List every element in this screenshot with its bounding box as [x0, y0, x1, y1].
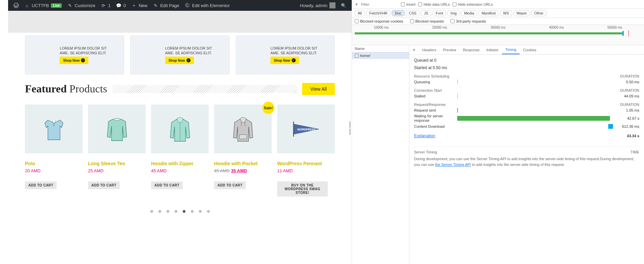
devtools-extra-filters: Blocked response cookies Blocked request… [352, 18, 644, 25]
search-icon: 🔍 [341, 3, 346, 8]
pennant-icon: WORDPRESS [291, 112, 321, 146]
filter-chip-css[interactable]: CSS [406, 10, 420, 16]
carousel-dot[interactable] [191, 210, 194, 213]
filter-chip-ws[interactable]: WS [500, 10, 512, 16]
shop-now-button[interactable]: Shop Now› [270, 57, 299, 64]
filter-chip-all[interactable]: All [355, 10, 365, 16]
tab-initiator[interactable]: Initiator [483, 45, 502, 54]
filter-chip-manifest[interactable]: Manifest [478, 10, 499, 16]
refresh-icon: ⟳ [101, 3, 106, 8]
edit-page-link[interactable]: ✎Edit Page [150, 0, 182, 11]
carousel-dot[interactable] [158, 210, 161, 213]
product-card[interactable]: Polo 20 AMD ADD TO CART [25, 105, 83, 197]
filter-chip-font[interactable]: Font [433, 10, 446, 16]
hoodie-pocket-icon [228, 112, 258, 146]
tab-timing[interactable]: Timing [502, 45, 520, 54]
timing-row-download: Content Download 612.36 ms [414, 124, 639, 129]
pencil-icon: ✎ [153, 3, 158, 8]
updates-link[interactable]: ⟳1 [98, 0, 113, 11]
svg-rect-5 [293, 121, 294, 137]
filter-icon[interactable]: ▼ [355, 2, 358, 6]
section-request: Request/ResponseDURATION [414, 102, 639, 107]
filter-chip-wasm[interactable]: Wasm [514, 10, 530, 16]
timing-row-sent: Request sent 1.05 ms [414, 108, 639, 113]
site-name[interactable]: ⌂UCTTFBLive [22, 0, 64, 11]
carousel-dot[interactable] [150, 210, 153, 213]
filter-chip-fetch[interactable]: Fetch/XHR [366, 10, 390, 16]
customize-link[interactable]: ✎Customize [64, 0, 98, 11]
server-timing-section: Server TimingTIME During development, yo… [414, 146, 639, 167]
new-link[interactable]: +New [128, 0, 150, 11]
product-thumb [214, 105, 272, 153]
tab-headers[interactable]: Headers [419, 45, 440, 54]
promo-text: LOREM IPSUM DOLOR SIT AME. SE ADIPISCING… [270, 46, 324, 56]
shop-now-button[interactable]: Shop Now› [165, 57, 194, 64]
devtools-resize-handle[interactable] [350, 121, 352, 135]
comments-link[interactable]: 💬0 [113, 0, 128, 11]
timeline-marker [622, 31, 624, 36]
view-all-button[interactable]: View All [302, 83, 335, 95]
brush-icon: ✎ [67, 3, 72, 8]
filter-chip-media[interactable]: Media [461, 10, 477, 16]
add-to-cart-button[interactable]: ADD TO CART [214, 181, 246, 189]
add-to-cart-button[interactable]: ADD TO CART [151, 181, 183, 189]
product-card[interactable]: Hoodie with Zipper 45 AMD ADD TO CART [151, 105, 209, 197]
svg-rect-4 [239, 135, 247, 139]
product-card[interactable]: Long Sleeve Tee 25 AMD ADD TO CART [88, 105, 146, 197]
product-price: 45 AMD35 AMD [214, 168, 272, 173]
explanation-link[interactable]: Explanation [414, 134, 435, 138]
live-badge: Live [51, 3, 62, 8]
product-name: Hoodie with Pocket [214, 161, 272, 166]
carousel-dot[interactable] [167, 210, 169, 213]
chevron-right-icon: › [292, 58, 296, 62]
hide-data-checkbox[interactable]: Hide data URLs [418, 2, 450, 6]
hide-ext-checkbox[interactable]: Hide extension URLs [452, 2, 493, 6]
name-column-header[interactable]: Name [352, 45, 409, 52]
site-title: UCTTFB [32, 3, 49, 8]
third-party-checkbox[interactable]: 3rd-party requests [450, 19, 486, 23]
tab-preview[interactable]: Preview [440, 45, 460, 54]
search-toggle[interactable]: 🔍 [338, 0, 349, 11]
decorative-fill [113, 85, 297, 93]
filter-chip-other[interactable]: Other [531, 10, 547, 16]
page-content: LOREM IPSUM DOLOR SIT AME. SE ADIPISCING… [8, 11, 352, 264]
edit-elementor-link[interactable]: ⒺEdit with Elementor [182, 0, 233, 11]
carousel-dot[interactable] [207, 210, 210, 213]
header-strip [8, 11, 352, 33]
product-row: Polo 20 AMD ADD TO CART Long Sleeve Tee … [8, 99, 352, 197]
filter-chip-img[interactable]: Img [447, 10, 460, 16]
add-to-cart-button[interactable]: ADD TO CART [88, 181, 120, 189]
request-row[interactable]: home/ [352, 52, 409, 59]
add-to-cart-button[interactable]: ADD TO CART [25, 181, 57, 189]
timing-row-queueing: Queueing 5.50 ms [414, 80, 639, 84]
tab-response[interactable]: Response [460, 45, 483, 54]
howdy-user[interactable]: Howdy, admin [297, 0, 338, 11]
carousel-dot[interactable] [183, 210, 185, 213]
server-timing-api-link[interactable]: the Server Timing API [435, 163, 471, 167]
product-price: 25 AMD [88, 168, 146, 173]
wp-logo[interactable] [11, 0, 22, 11]
carousel-dot[interactable] [199, 210, 202, 213]
promo-card: LOREM IPSUM DOLOR SIT AME. SE ADIPISCING… [130, 35, 229, 75]
product-price: 20 AMD [25, 168, 83, 173]
blocked-requests-checkbox[interactable]: Blocked requests [410, 19, 444, 23]
devtools-timeline[interactable]: 10000 ms 20000 ms 30000 ms 40000 ms 5000… [352, 25, 644, 45]
product-card[interactable]: WORDPRESS WordPress Pennant 11 AMD BUY O… [277, 105, 335, 197]
product-card[interactable]: Sale! Hoodie with Pocket 45 AMD35 AMD AD… [214, 105, 272, 197]
invert-checkbox[interactable]: Invert [401, 2, 416, 6]
timeline-ticks: 10000 ms 20000 ms 30000 ms 40000 ms 5000… [352, 25, 644, 29]
product-thumb [151, 105, 209, 153]
blocked-cookies-checkbox[interactable]: Blocked response cookies [355, 19, 403, 23]
buy-swag-button[interactable]: BUY ON THE WORDPRESS SWAG STORE! [277, 181, 328, 197]
tab-cookies[interactable]: Cookies [520, 45, 540, 54]
hoodie-zipper-icon [165, 112, 195, 146]
shop-now-button[interactable]: Shop Now› [60, 57, 88, 64]
product-thumb [88, 105, 146, 153]
carousel-dot[interactable] [175, 210, 177, 213]
filter-chip-js[interactable]: JS [421, 10, 431, 16]
document-icon [355, 54, 359, 58]
filter-chip-doc[interactable]: Doc [392, 10, 405, 16]
timeline-bar [355, 32, 624, 34]
filter-input[interactable] [361, 2, 398, 6]
close-detail-button[interactable]: × [409, 47, 419, 53]
